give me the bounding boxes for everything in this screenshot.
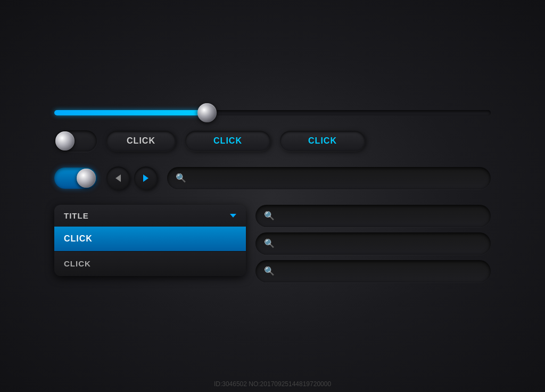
dropdown-selected-item[interactable]: CLICK [54, 227, 246, 251]
slider-track[interactable] [54, 110, 491, 115]
click-button-3[interactable]: CLICK [280, 131, 365, 151]
toggle-on-knob [77, 169, 96, 188]
prev-button[interactable] [106, 166, 130, 190]
dropdown-item-2[interactable]: CLICK [54, 251, 246, 276]
prev-arrow-icon [115, 174, 121, 182]
toggle-off-knob [55, 131, 75, 151]
search-field-2: 🔍 [255, 205, 491, 227]
search-icon-2: 🔍 [264, 211, 275, 221]
search-input-1[interactable] [192, 174, 482, 182]
next-button[interactable] [134, 166, 158, 190]
row3: 🔍 [54, 166, 491, 190]
search-icon-3: 🔍 [264, 238, 275, 248]
search-input-4[interactable] [280, 267, 482, 276]
ui-container: CLICK CLICK CLICK 🔍 TITLE [54, 110, 491, 282]
dropdown-title: TITLE [64, 211, 89, 220]
search-icon-1: 🔍 [176, 173, 186, 183]
toggle-off-switch[interactable] [54, 130, 97, 152]
controls-row: CLICK CLICK CLICK [54, 130, 491, 152]
slider-thumb[interactable] [197, 103, 217, 122]
toggle-on-switch[interactable] [54, 168, 97, 189]
search-fields-right: 🔍 [167, 167, 491, 189]
next-arrow-icon [143, 174, 148, 182]
dropdown-header[interactable]: TITLE [54, 205, 246, 227]
watermark: ID:3046502 NO:20170925144819720000 [0, 380, 545, 388]
dropdown-selected-label: CLICK [64, 234, 93, 243]
search-icon-4: 🔍 [264, 266, 275, 276]
search-field-1: 🔍 [167, 167, 491, 189]
search-input-2[interactable] [280, 212, 482, 220]
dropdown-item-2-label: CLICK [64, 259, 91, 268]
search-right-fields: 🔍 🔍 🔍 [255, 205, 491, 282]
slider-row [54, 110, 491, 115]
nav-arrows [106, 166, 158, 190]
dropdown-arrow-icon [230, 214, 236, 218]
dropdown-container: TITLE CLICK CLICK [54, 205, 246, 276]
click-button-2[interactable]: CLICK [185, 131, 270, 151]
click-button-1[interactable]: CLICK [106, 131, 176, 151]
search-field-3: 🔍 [255, 232, 491, 255]
search-input-3[interactable] [280, 239, 482, 248]
bottom-row: TITLE CLICK CLICK 🔍 🔍 🔍 [54, 205, 491, 282]
search-field-4: 🔍 [255, 260, 491, 282]
slider-fill [54, 110, 207, 115]
